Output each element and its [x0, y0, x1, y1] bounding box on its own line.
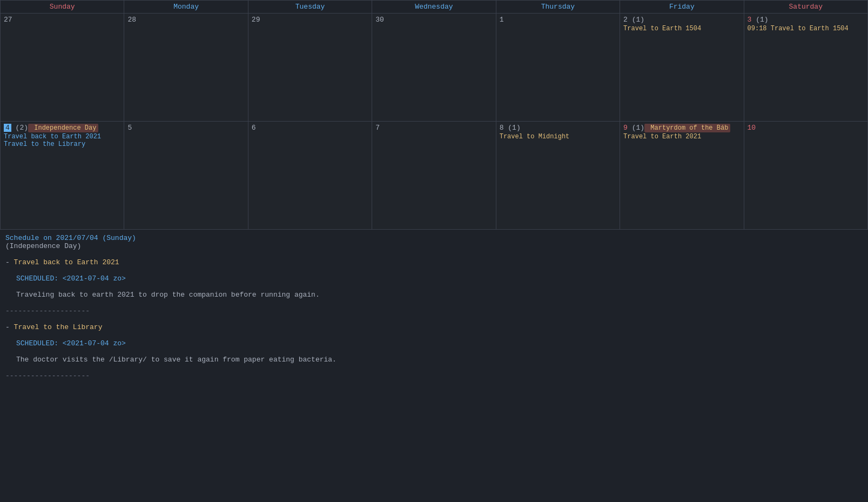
day-number: 1 — [500, 16, 504, 24]
day-events: Travel to Earth 2021 — [623, 133, 740, 140]
calendar-day-3[interactable]: 3 (1)09:18 Travel to Earth 1504 — [744, 14, 867, 122]
event-item[interactable]: Travel to Earth 2021 — [623, 133, 740, 140]
calendar-header-wednesday: Wednesday — [372, 1, 496, 14]
schedule-item-scheduled-0: SCHEDULED: <2021-07-04 zo> — [5, 275, 863, 283]
event-item[interactable]: Travel back to Earth 2021 — [4, 133, 120, 140]
event-item[interactable]: Travel to Earth 1504 — [623, 25, 740, 32]
calendar-header-friday: Friday — [620, 1, 744, 14]
day-number: 28 — [127, 16, 136, 24]
schedule-divider-1: -------------------- — [5, 372, 863, 380]
event-item[interactable]: Travel to the Library — [4, 140, 120, 148]
schedule-item-1: - Travel to the LibrarySCHEDULED: <2021-… — [5, 323, 863, 372]
calendar-day-1[interactable]: 1 — [496, 14, 620, 122]
event-count: (1) — [628, 124, 644, 132]
calendar-day-6[interactable]: 6 — [248, 122, 372, 230]
schedule-item-body-1: The doctor visits the /Library/ to save … — [5, 356, 863, 364]
calendar-header-thursday: Thursday — [496, 1, 620, 14]
schedule-divider-0: -------------------- — [5, 307, 863, 315]
schedule-item-0: - Travel back to Earth 2021SCHEDULED: <2… — [5, 258, 863, 307]
calendar-day-2[interactable]: 2 (1)Travel to Earth 1504 — [620, 14, 744, 122]
day-events: Travel back to Earth 2021Travel to the L… — [4, 133, 120, 148]
calendar-day-27[interactable]: 27 — [1, 14, 124, 122]
schedule-title: Schedule on 2021/07/04 (Sunday) — [5, 234, 863, 242]
schedule-item-title-1: - Travel to the Library — [5, 323, 863, 331]
calendar-header-monday: Monday — [124, 1, 248, 14]
calendar-day-30[interactable]: 30 — [372, 14, 496, 122]
calendar-day-29[interactable]: 29 — [248, 14, 372, 122]
day-events: Travel to Earth 1504 — [623, 25, 740, 32]
day-number: 27 — [4, 16, 12, 24]
day-number: 10 — [748, 124, 756, 132]
calendar-day-9[interactable]: 9 (1) Martyrdom of the BábTravel to Eart… — [620, 122, 744, 230]
calendar-day-10[interactable]: 10 — [744, 122, 867, 230]
event-count: (1) — [751, 16, 768, 24]
calendar-day-5[interactable]: 5 — [124, 122, 248, 230]
calendar-table: SundayMondayTuesdayWednesdayThursdayFrid… — [0, 0, 868, 230]
holiday-badge: Independence Day — [28, 124, 98, 132]
schedule-section: Schedule on 2021/07/04 (Sunday) (Indepen… — [0, 230, 868, 392]
day-events: 09:18 Travel to Earth 1504 — [748, 25, 864, 32]
day-events: Travel to Midnight — [500, 133, 616, 140]
event-count: (1) — [628, 16, 644, 24]
schedule-item-body-0: Traveling back to earth 2021 to drop the… — [5, 291, 863, 299]
calendar-day-8[interactable]: 8 (1)Travel to Midnight — [496, 122, 620, 230]
schedule-holiday-label: (Independence Day) — [5, 242, 863, 250]
day-number: 5 — [127, 124, 132, 132]
holiday-badge: Martyrdom of the Báb — [644, 124, 730, 132]
calendar-day-4[interactable]: 4 (2) Independence DayTravel back to Ear… — [1, 122, 124, 230]
day-number: 6 — [252, 124, 256, 132]
day-number: 8 — [500, 124, 504, 132]
calendar-day-7[interactable]: 7 — [372, 122, 496, 230]
calendar-header-sunday: Sunday — [1, 1, 124, 14]
calendar-day-28[interactable]: 28 — [124, 14, 248, 122]
day-number: 9 — [623, 124, 628, 132]
day-number: 4 — [4, 124, 11, 132]
event-item[interactable]: 09:18 Travel to Earth 1504 — [748, 25, 864, 32]
calendar-header-saturday: Saturday — [744, 1, 867, 14]
event-item[interactable]: Travel to Midnight — [500, 133, 616, 140]
schedule-item-title-0: - Travel back to Earth 2021 — [5, 258, 863, 266]
day-number: 2 — [623, 16, 628, 24]
calendar-header-tuesday: Tuesday — [248, 1, 372, 14]
schedule-item-scheduled-1: SCHEDULED: <2021-07-04 zo> — [5, 339, 863, 347]
event-count: (1) — [504, 124, 521, 132]
schedule-date: Schedule on 2021/07/04 (Sunday) — [5, 234, 136, 242]
day-number: 7 — [375, 124, 380, 132]
day-number: 30 — [375, 16, 384, 24]
event-count: (2) — [11, 124, 28, 132]
day-number: 29 — [252, 16, 260, 24]
